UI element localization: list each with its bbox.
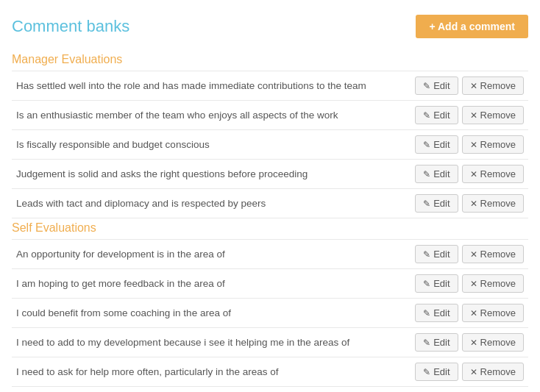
section-title-self-evaluations: Self Evaluations [12, 221, 528, 235]
remove-icon: ✕ [470, 81, 477, 91]
edit-button[interactable]: ✎Edit [415, 76, 458, 95]
comment-actions: ✎Edit✕Remove [415, 363, 524, 381]
remove-icon: ✕ [470, 367, 477, 377]
remove-label: Remove [480, 168, 516, 179]
comment-actions: ✎Edit✕Remove [415, 304, 524, 322]
edit-label: Edit [433, 198, 450, 209]
comment-actions: ✎Edit✕Remove [415, 165, 524, 183]
list-item: I am hoping to get more feedback in the … [12, 269, 528, 299]
remove-label: Remove [480, 80, 516, 91]
edit-label: Edit [433, 139, 450, 150]
remove-label: Remove [480, 278, 516, 289]
page-header: Comment banks + Add a comment [12, 15, 528, 38]
edit-label: Edit [433, 168, 450, 179]
list-item: Is fiscally responsible and budget consc… [12, 130, 528, 160]
list-item: I need to add to my development because … [12, 328, 528, 357]
list-item: An opportunity for development is in the… [12, 239, 528, 269]
section-manager-evaluations: Manager EvaluationsHas settled well into… [12, 53, 528, 218]
list-item: I could benefit from some coaching in th… [12, 299, 528, 328]
remove-button[interactable]: ✕Remove [462, 165, 524, 183]
edit-icon: ✎ [423, 140, 430, 150]
remove-label: Remove [480, 198, 516, 209]
sections-container: Manager EvaluationsHas settled well into… [12, 53, 528, 387]
edit-button[interactable]: ✎Edit [415, 106, 458, 124]
remove-icon: ✕ [470, 308, 477, 318]
edit-icon: ✎ [423, 249, 430, 260]
remove-icon: ✕ [470, 279, 477, 289]
edit-button[interactable]: ✎Edit [415, 165, 458, 183]
comment-actions: ✎Edit✕Remove [415, 245, 524, 263]
remove-label: Remove [480, 307, 516, 318]
remove-icon: ✕ [470, 110, 477, 121]
edit-button[interactable]: ✎Edit [415, 194, 458, 213]
remove-icon: ✕ [470, 169, 477, 179]
edit-button[interactable]: ✎Edit [415, 135, 458, 154]
remove-label: Remove [480, 110, 516, 121]
edit-button[interactable]: ✎Edit [415, 245, 458, 263]
remove-icon: ✕ [470, 249, 477, 260]
edit-button[interactable]: ✎Edit [415, 363, 458, 381]
comment-actions: ✎Edit✕Remove [415, 135, 524, 154]
remove-button[interactable]: ✕Remove [462, 333, 524, 352]
edit-icon: ✎ [423, 338, 430, 348]
page-title: Comment banks [12, 17, 129, 36]
edit-label: Edit [433, 278, 450, 289]
comment-actions: ✎Edit✕Remove [415, 194, 524, 213]
comment-text: An opportunity for development is in the… [16, 249, 408, 260]
list-item: Judgement is solid and asks the right qu… [12, 160, 528, 189]
comment-actions: ✎Edit✕Remove [415, 76, 524, 95]
edit-button[interactable]: ✎Edit [415, 304, 458, 322]
remove-button[interactable]: ✕Remove [462, 245, 524, 263]
comment-text: Is an enthusiastic member of the team wh… [16, 110, 408, 121]
edit-button[interactable]: ✎Edit [415, 274, 458, 293]
section-title-manager-evaluations: Manager Evaluations [12, 53, 528, 66]
comment-text: I need to ask for help more often, parti… [16, 366, 408, 377]
remove-icon: ✕ [470, 338, 477, 348]
edit-icon: ✎ [423, 81, 430, 91]
edit-icon: ✎ [423, 308, 430, 318]
comment-text: I am hoping to get more feedback in the … [16, 278, 408, 289]
add-comment-button[interactable]: + Add a comment [416, 15, 528, 38]
comment-actions: ✎Edit✕Remove [415, 333, 524, 352]
comment-text: Has settled well into the role and has m… [16, 80, 408, 91]
edit-icon: ✎ [423, 169, 430, 179]
edit-label: Edit [433, 110, 450, 121]
remove-button[interactable]: ✕Remove [462, 106, 524, 124]
remove-icon: ✕ [470, 140, 477, 150]
list-item: Has settled well into the role and has m… [12, 71, 528, 101]
remove-label: Remove [480, 337, 516, 348]
comment-text: Leads with tact and diplomacy and is res… [16, 198, 408, 209]
edit-icon: ✎ [423, 367, 430, 377]
comment-text: I could benefit from some coaching in th… [16, 307, 408, 318]
remove-button[interactable]: ✕Remove [462, 274, 524, 293]
section-self-evaluations: Self EvaluationsAn opportunity for devel… [12, 221, 528, 387]
edit-label: Edit [433, 307, 450, 318]
remove-icon: ✕ [470, 199, 477, 209]
comment-actions: ✎Edit✕Remove [415, 106, 524, 124]
page-container: Comment banks + Add a comment Manager Ev… [0, 0, 540, 392]
comment-text: Is fiscally responsible and budget consc… [16, 139, 408, 150]
list-item: Leads with tact and diplomacy and is res… [12, 189, 528, 218]
remove-button[interactable]: ✕Remove [462, 304, 524, 322]
edit-label: Edit [433, 80, 450, 91]
remove-button[interactable]: ✕Remove [462, 363, 524, 381]
edit-button[interactable]: ✎Edit [415, 333, 458, 352]
edit-label: Edit [433, 337, 450, 348]
list-item: Is an enthusiastic member of the team wh… [12, 101, 528, 130]
comment-actions: ✎Edit✕Remove [415, 274, 524, 293]
edit-icon: ✎ [423, 279, 430, 289]
remove-label: Remove [480, 139, 516, 150]
edit-icon: ✎ [423, 199, 430, 209]
edit-label: Edit [433, 249, 450, 260]
remove-label: Remove [480, 366, 516, 377]
remove-button[interactable]: ✕Remove [462, 135, 524, 154]
remove-button[interactable]: ✕Remove [462, 76, 524, 95]
comment-text: Judgement is solid and asks the right qu… [16, 168, 408, 179]
edit-label: Edit [433, 366, 450, 377]
list-item: I need to ask for help more often, parti… [12, 357, 528, 387]
remove-button[interactable]: ✕Remove [462, 194, 524, 213]
remove-label: Remove [480, 249, 516, 260]
edit-icon: ✎ [423, 110, 430, 121]
comment-text: I need to add to my development because … [16, 337, 408, 348]
